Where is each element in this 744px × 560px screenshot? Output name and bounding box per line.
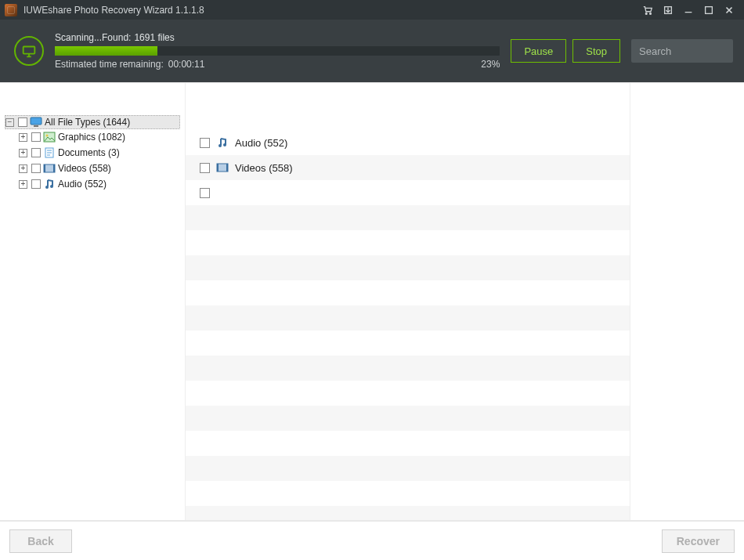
tree-node[interactable]: +Audio (552) — [19, 177, 180, 191]
svg-rect-18 — [217, 164, 228, 172]
list-row[interactable] — [186, 381, 630, 406]
tree-node[interactable]: +Graphics (1082) — [19, 130, 180, 144]
expand-icon[interactable]: + — [19, 149, 27, 157]
svg-point-9 — [46, 135, 49, 137]
recover-button[interactable]: Recover — [662, 529, 735, 553]
pause-button[interactable]: Pause — [511, 39, 566, 63]
expand-icon[interactable]: + — [19, 180, 27, 189]
svg-rect-13 — [53, 164, 55, 172]
back-button[interactable]: Back — [9, 529, 72, 553]
list-item-label: Videos (558) — [235, 162, 292, 174]
video-icon — [43, 163, 56, 174]
close-button[interactable] — [719, 0, 739, 20]
svg-point-15 — [50, 185, 53, 188]
footer-bar: Back Recover — [0, 521, 744, 560]
progress-percent: 23% — [481, 59, 500, 70]
svg-point-14 — [45, 186, 49, 189]
scan-status-prefix: Scanning...Found: — [55, 32, 131, 43]
tree-node-label: Audio (552) — [58, 179, 107, 190]
checkbox[interactable] — [18, 117, 27, 127]
monitor-icon — [30, 117, 42, 128]
list-row[interactable] — [186, 205, 630, 230]
svg-rect-6 — [31, 117, 42, 125]
list-pane: Audio (552)Videos (558) — [186, 83, 744, 520]
svg-rect-19 — [217, 164, 219, 172]
title-bar: IUWEshare Photo Recovery Wizard 1.1.1.8 — [0, 0, 744, 20]
collapse-icon[interactable]: − — [5, 118, 14, 127]
checkbox[interactable] — [31, 164, 41, 173]
maximize-button[interactable] — [699, 0, 719, 20]
checkbox[interactable] — [31, 132, 41, 142]
list-row[interactable] — [186, 356, 630, 381]
checkbox[interactable] — [200, 163, 210, 173]
list-row[interactable] — [186, 456, 630, 481]
tree-node-label: Videos (558) — [58, 163, 111, 174]
stop-button[interactable]: Stop — [572, 39, 620, 63]
tree-root-label: All File Types (1644) — [45, 117, 130, 128]
list-row[interactable] — [186, 305, 630, 331]
checkbox[interactable] — [31, 179, 41, 189]
list-row[interactable]: Audio (552) — [186, 130, 630, 155]
tree-node-label: Documents (3) — [58, 147, 120, 158]
checkbox[interactable] — [200, 138, 210, 148]
checkbox[interactable] — [31, 148, 41, 157]
audio-icon — [216, 136, 229, 149]
expand-icon[interactable]: + — [19, 164, 27, 173]
svg-rect-12 — [44, 164, 45, 172]
cart-icon[interactable] — [637, 0, 658, 20]
list-row[interactable] — [186, 280, 630, 305]
svg-point-1 — [650, 13, 652, 14]
video-icon — [216, 161, 229, 174]
audio-icon — [43, 179, 56, 190]
scanning-monitor-icon — [14, 36, 44, 66]
list-row[interactable] — [186, 180, 630, 205]
list-row[interactable]: Videos (558) — [186, 155, 630, 180]
time-remaining-label: Estimated time remaining: — [55, 59, 164, 70]
svg-rect-4 — [23, 47, 35, 54]
list-row[interactable] — [186, 331, 630, 356]
tree-node[interactable]: +Documents (3) — [19, 146, 180, 160]
time-remaining-value: 00:00:11 — [168, 59, 205, 70]
search-box[interactable] — [631, 39, 733, 63]
preview-pane — [630, 83, 744, 520]
scan-status-line: Scanning...Found: 1691 files — [55, 32, 500, 43]
checkbox[interactable] — [200, 188, 210, 198]
list-row[interactable] — [186, 255, 630, 280]
svg-point-0 — [645, 13, 647, 14]
minimize-button[interactable] — [678, 0, 699, 20]
content-area: − All File Types (1644) +Graphics (1082)… — [0, 82, 744, 521]
app-logo-icon — [5, 4, 17, 16]
list-row[interactable] — [186, 481, 630, 506]
svg-rect-7 — [34, 125, 38, 127]
svg-point-16 — [219, 144, 222, 147]
image-icon — [43, 132, 56, 143]
tray-icon[interactable] — [658, 0, 678, 20]
tree-node-label: Graphics (1082) — [58, 132, 125, 143]
progress-bar — [55, 46, 500, 56]
list-row[interactable] — [186, 406, 630, 431]
list-row[interactable] — [186, 230, 630, 255]
doc-icon — [43, 147, 56, 158]
svg-rect-3 — [706, 6, 713, 13]
svg-rect-20 — [226, 164, 228, 172]
tree-node[interactable]: +Videos (558) — [19, 161, 180, 175]
tree-pane: − All File Types (1644) +Graphics (1082)… — [0, 83, 186, 520]
svg-rect-11 — [44, 164, 55, 172]
list-row[interactable] — [186, 506, 630, 520]
tree-root-node[interactable]: − All File Types (1644) — [5, 115, 180, 129]
scan-status-count: 1691 files — [134, 32, 174, 43]
expand-icon[interactable]: + — [19, 133, 27, 142]
app-title: IUWEshare Photo Recovery Wizard 1.1.1.8 — [23, 5, 204, 16]
list-row[interactable] — [186, 431, 630, 456]
svg-point-17 — [223, 143, 226, 146]
list-item-label: Audio (552) — [235, 137, 287, 149]
scan-toolbar: Scanning...Found: 1691 files Estimated t… — [0, 20, 744, 82]
search-input[interactable] — [637, 45, 744, 58]
